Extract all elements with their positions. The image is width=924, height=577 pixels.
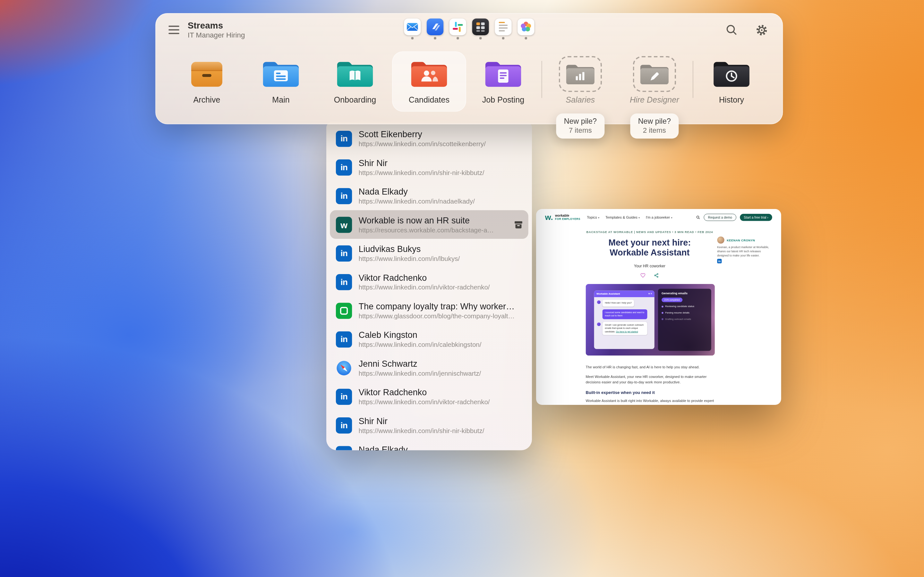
author-linkedin-icon[interactable]: in	[717, 259, 722, 263]
list-item[interactable]: inShir Nirhttps://www.linkedin.com/in/sh…	[326, 411, 532, 440]
list-item[interactable]: inViktor Radchenkohttps://www.linkedin.c…	[326, 268, 532, 296]
preview-search-icon[interactable]	[696, 215, 700, 219]
nav-topics[interactable]: Topics ▾	[587, 215, 599, 219]
archive-folder-icon	[187, 56, 226, 92]
archive-button[interactable]	[513, 219, 523, 230]
hire-designer-folder-icon	[633, 56, 676, 92]
pile-label: Archive	[194, 95, 220, 105]
pile-onboarding[interactable]: Onboarding	[318, 51, 392, 111]
link-title: Shir Nir	[359, 416, 525, 426]
pile-history[interactable]: History	[695, 51, 769, 111]
linkedin-favicon-icon: in	[336, 446, 352, 450]
linkedin-favicon-icon: in	[336, 159, 352, 175]
chat-bubble-bot: Hello! How can I help you?	[603, 300, 634, 307]
candidates-folder-icon	[409, 56, 449, 92]
blueapp-app-icon[interactable]	[427, 19, 443, 35]
list-item[interactable]: inNada Elkadyhttps://www.linkedin.com/in…	[326, 440, 532, 450]
brand-line1: workable	[555, 214, 580, 218]
link-title: The company loyalty trap: Why worker…	[359, 301, 525, 311]
linkedin-favicon-icon: in	[336, 131, 352, 147]
glassdoor-favicon-icon	[336, 303, 352, 319]
link-url: https://www.glassdoor.com/blog/the-compa…	[359, 312, 525, 319]
list-item[interactable]: The company loyalty trap: Why worker…htt…	[326, 296, 532, 325]
link-title: Workable is now an HR suite	[359, 215, 509, 225]
link-title: Scott Eikenberry	[359, 129, 525, 139]
badge-question: New pile?	[638, 117, 671, 125]
pile-hire-designer[interactable]: Hire DesignerNew pile?2 items	[617, 51, 691, 111]
candidates-pile-list: inScott Eikenberryhttps://www.linkedin.c…	[326, 122, 532, 450]
main-folder-icon	[261, 56, 300, 92]
nav-templates-guides[interactable]: Templates & Guides ▾	[606, 215, 640, 219]
list-item[interactable]: inViktor Radchenkohttps://www.linkedin.c…	[326, 382, 532, 411]
blueapp-app	[427, 19, 443, 39]
link-url: https://www.linkedin.com/in/lbukys/	[359, 255, 525, 262]
pile-salaries[interactable]: SalariesNew pile?7 items	[543, 51, 617, 111]
link-text: Nada Elkadyhttps://www.linkedin.com/in/n…	[359, 445, 525, 450]
new-pile-suggestion-badge[interactable]: New pile?2 items	[630, 113, 678, 139]
job-posting-folder-icon	[483, 56, 523, 92]
link-text: Scott Eikenberryhttps://www.linkedin.com…	[359, 129, 525, 147]
like-heart-icon[interactable]	[640, 273, 646, 278]
running-indicator-dot	[525, 37, 527, 39]
list-item[interactable]: inShir Nirhttps://www.linkedin.com/in/sh…	[326, 153, 532, 181]
new-pile-suggestion-badge[interactable]: New pile?7 items	[556, 113, 604, 139]
pile-label: Candidates	[409, 95, 449, 105]
history-folder-icon	[712, 56, 751, 92]
panel-titles: Streams IT Manager Hiring	[188, 21, 245, 39]
slack-app	[449, 19, 466, 39]
link-text: Jenni Schwartzhttps://www.linkedin.com/i…	[359, 359, 525, 377]
link-text: Shir Nirhttps://www.linkedin.com/in/shir…	[359, 416, 525, 434]
media-app-icon[interactable]	[517, 19, 534, 35]
streams-panel: Streams IT Manager Hiring ArchiveMainOnb…	[155, 13, 783, 124]
list-item[interactable]: Jenni Schwartzhttps://www.linkedin.com/i…	[326, 354, 532, 382]
link-url: https://www.linkedin.com/in/shir-nir-kib…	[359, 169, 525, 176]
list-item[interactable]: inNada Elkadyhttps://www.linkedin.com/in…	[326, 181, 532, 210]
menu-icon[interactable]	[168, 26, 179, 34]
slack-app-icon[interactable]	[449, 19, 466, 35]
nav-jobseeker[interactable]: I'm a jobseeker ▾	[646, 215, 672, 219]
list-item[interactable]: inLiudvikas Bukyshttps://www.linkedin.co…	[326, 239, 532, 268]
author-bio: Keenan, a product marketer at Workable, …	[717, 245, 772, 258]
chat-bubble-bot: Great! I can generate custom outreach em…	[603, 322, 648, 335]
pile-label: Job Posting	[482, 95, 524, 105]
settings-gear-icon[interactable]	[755, 23, 769, 37]
article-hero-image: Workable Assistant ▾ × Hello! How can I …	[586, 284, 715, 356]
preview-navbar: w. workable FOR EMPLOYERS Topics ▾ Templ…	[536, 209, 781, 226]
request-demo-button[interactable]: Request a demo	[704, 214, 736, 221]
notes-app-icon[interactable]	[495, 19, 511, 35]
link-url: https://www.linkedin.com/in/jennischwart…	[359, 370, 525, 377]
pile-candidates[interactable]: Candidates	[392, 51, 466, 111]
badge-question: New pile?	[564, 117, 597, 125]
link-title: Shir Nir	[359, 158, 525, 168]
workable-preview-window: w. workable FOR EMPLOYERS Topics ▾ Templ…	[536, 209, 781, 405]
start-trial-button[interactable]: Start a free trial ›	[740, 214, 772, 221]
search-icon[interactable]	[725, 23, 738, 37]
assistant-chat-widget: Workable Assistant ▾ × Hello! How can I …	[594, 291, 654, 350]
preview-nav: Topics ▾ Templates & Guides ▾ I'm a jobs…	[587, 215, 672, 219]
running-indicator-dot	[434, 37, 436, 39]
pile-job-posting[interactable]: Job Posting	[466, 51, 540, 111]
share-icon[interactable]	[654, 273, 659, 278]
keypad-app-icon[interactable]	[472, 19, 489, 35]
running-indicator-dot	[479, 37, 481, 39]
chat-link: Go here to get started	[616, 330, 638, 333]
pile-divider	[693, 61, 693, 98]
link-text: Viktor Radchenkohttps://www.linkedin.com…	[359, 273, 525, 291]
pile-main[interactable]: Main	[244, 51, 318, 111]
article-column: BACKSTAGE AT WORKABLE | NEWS AND UPDATES…	[560, 230, 739, 278]
task-item: Drafting outreach emails	[662, 318, 708, 321]
linkedin-favicon-icon: in	[336, 188, 352, 204]
mail-app-icon[interactable]	[404, 19, 421, 35]
chat-header: Workable Assistant ▾ ×	[594, 291, 654, 297]
pile-archive[interactable]: Archive	[170, 51, 244, 111]
link-url: https://www.linkedin.com/in/shir-nir-kib…	[359, 427, 525, 434]
pile-divider	[541, 61, 542, 98]
link-title: Liudvikas Bukys	[359, 244, 525, 254]
list-item[interactable]: inCaleb Kingstonhttps://www.linkedin.com…	[326, 325, 532, 353]
list-item[interactable]: inScott Eikenberryhttps://www.linkedin.c…	[326, 124, 532, 153]
author-name: KEENAN CRONYN	[727, 239, 755, 242]
pile-label: Main	[272, 95, 290, 105]
link-title: Viktor Radchenko	[359, 273, 525, 282]
list-item[interactable]: wWorkable is now an HR suitehttps://reso…	[330, 210, 528, 239]
progress-pill: 21% completed	[662, 298, 682, 302]
